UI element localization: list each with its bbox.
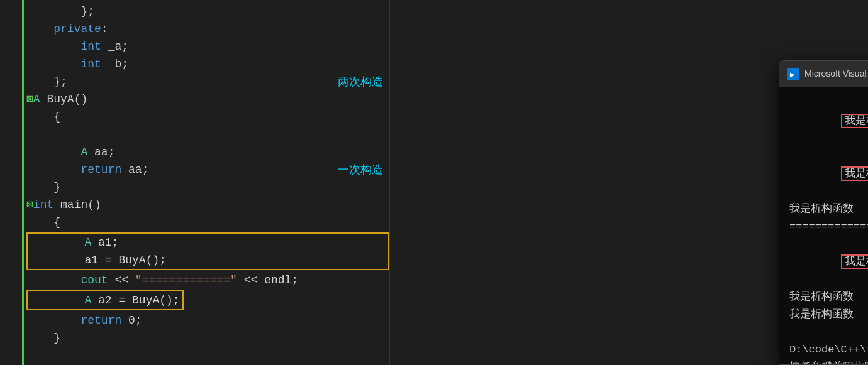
code-line: };	[26, 3, 389, 20]
terminal-line: 我是析构函数	[789, 306, 868, 324]
code-line: A aa;	[26, 143, 389, 161]
code-line: {	[26, 108, 389, 126]
terminal-line: 按任意键关闭此窗口. . .	[789, 359, 868, 364]
terminal-line: 我是构造函数	[789, 95, 868, 148]
code-lines: }; private: int _a; int _b; }; 两次构造 ⊠A B…	[26, 0, 389, 365]
terminal-title: Microsoft Visual Studio 调试控	[804, 68, 868, 80]
terminal-line	[789, 324, 868, 341]
code-line: private:	[26, 20, 389, 38]
code-line: int _a;	[26, 38, 389, 55]
terminal-highlighted-text: 我是构造函数	[841, 254, 868, 269]
terminal-line: =============	[789, 218, 868, 236]
editor-right-area: ▶ Microsoft Visual Studio 调试控 ✕ + ∨ 我是构造…	[390, 0, 868, 365]
code-line: return aa; 一次构造	[26, 161, 389, 178]
code-line: A a2 = BuyA();	[30, 291, 180, 309]
vs-icon: ▶	[789, 70, 798, 79]
code-line: }	[26, 178, 389, 196]
terminal-body: 我是构造函数 我是构造函数 我是析构函数 ============= 我是构造函…	[779, 87, 868, 364]
code-line: ⊠A BuyA()	[26, 90, 389, 108]
code-line: int _b;	[26, 55, 389, 73]
code-box-a2: A a2 = BuyA();	[26, 290, 184, 310]
svg-text:▶: ▶	[790, 71, 795, 78]
code-box-a1: A a1; a1 = BuyA();	[26, 232, 389, 270]
annotation-once-construct: 一次构造	[338, 161, 383, 178]
terminal-window: ▶ Microsoft Visual Studio 调试控 ✕ + ∨ 我是构造…	[779, 60, 868, 365]
terminal-line: D:\code\C++\test_5_13\x64\Debug\test_5_1…	[789, 341, 868, 359]
code-line: return 0;	[26, 312, 389, 329]
terminal-app-icon: ▶	[787, 68, 799, 80]
code-line: cout << "=============" << endl;	[26, 271, 389, 289]
code-line: a1 = BuyA();	[30, 251, 386, 269]
terminal-highlighted-text: 我是构造函数	[841, 166, 868, 181]
code-line: }	[26, 329, 389, 347]
annotation-twice-construct: 两次构造	[338, 73, 383, 90]
code-line: A a1;	[30, 234, 386, 251]
terminal-line: 我是析构函数	[789, 200, 868, 218]
code-editor: }; private: int _a; int _b; }; 两次构造 ⊠A B…	[0, 0, 390, 365]
editor-gutter	[0, 0, 24, 365]
code-line: ⊠int main()	[26, 196, 389, 214]
terminal-line: 我是析构函数	[789, 288, 868, 306]
terminal-line: 我是构造函数	[789, 236, 868, 288]
terminal-line: 我是构造函数	[789, 148, 868, 200]
code-line: {	[26, 214, 389, 231]
terminal-titlebar: ▶ Microsoft Visual Studio 调试控 ✕ + ∨	[779, 61, 868, 87]
code-line: }; 两次构造	[26, 73, 389, 90]
code-line	[26, 126, 389, 143]
terminal-highlighted-text: 我是构造函数	[841, 114, 868, 128]
